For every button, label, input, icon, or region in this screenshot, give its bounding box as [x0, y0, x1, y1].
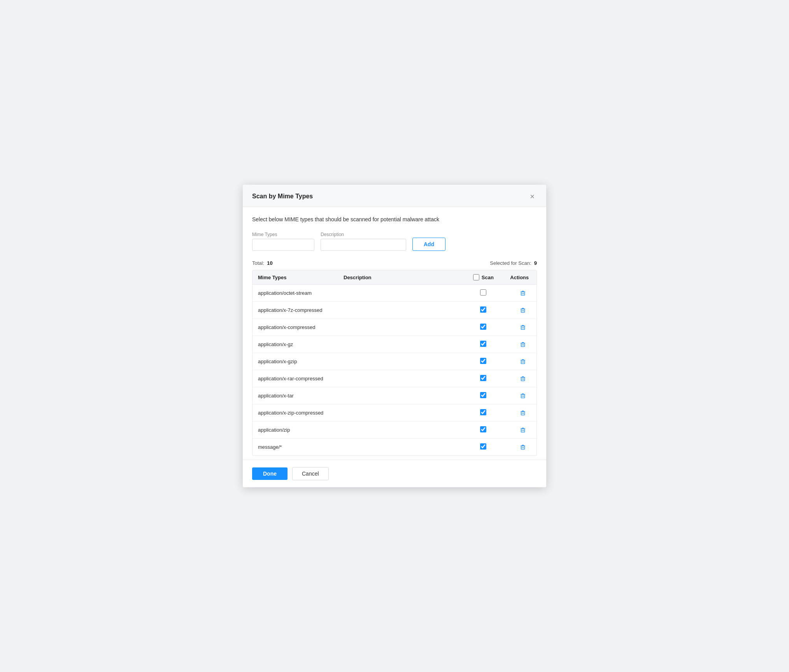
cell-actions	[505, 422, 537, 439]
selected-summary: Selected for Scan: 9	[490, 260, 537, 266]
cell-scan	[462, 319, 505, 336]
table-row: application/x-gz	[252, 336, 537, 353]
table-row: application/octet-stream	[252, 285, 537, 302]
cell-actions	[505, 285, 537, 302]
scan-checkbox[interactable]	[480, 306, 486, 313]
svg-rect-0	[521, 292, 525, 295]
cell-description	[338, 336, 462, 353]
cell-description	[338, 404, 462, 422]
table-row: application/x-rar-compressed	[252, 370, 537, 387]
dialog-footer: Done Cancel	[243, 460, 546, 487]
delete-button[interactable]	[517, 443, 529, 451]
cancel-button[interactable]: Cancel	[292, 467, 329, 480]
add-button[interactable]: Add	[412, 238, 445, 251]
dialog-title: Scan by Mime Types	[252, 193, 313, 200]
delete-button[interactable]	[517, 306, 529, 314]
scan-checkbox[interactable]	[480, 392, 486, 398]
cell-scan	[462, 336, 505, 353]
description-label: Description	[321, 232, 406, 237]
cell-actions	[505, 387, 537, 404]
cell-description	[338, 439, 462, 456]
scan-all-checkbox[interactable]	[473, 274, 479, 280]
scan-checkbox[interactable]	[480, 324, 486, 330]
cell-scan	[462, 370, 505, 387]
cell-actions	[505, 336, 537, 353]
total-label: Total:	[252, 260, 264, 266]
cell-actions	[505, 319, 537, 336]
cell-actions	[505, 302, 537, 319]
cell-actions	[505, 404, 537, 422]
scan-checkbox[interactable]	[480, 409, 486, 415]
col-header-mime: Mime Types	[252, 270, 338, 285]
cell-mime-type: application/x-gz	[252, 336, 338, 353]
cell-mime-type: application/octet-stream	[252, 285, 338, 302]
cell-mime-type: application/x-7z-compressed	[252, 302, 338, 319]
done-button[interactable]: Done	[252, 467, 288, 480]
col-scan-label: Scan	[482, 275, 494, 280]
cell-description	[338, 353, 462, 370]
table-header-row: Mime Types Description Scan Actions	[252, 270, 537, 285]
delete-button[interactable]	[517, 408, 529, 417]
mime-types-table: Mime Types Description Scan Actions app	[252, 270, 537, 455]
cell-scan	[462, 439, 505, 456]
delete-button[interactable]	[517, 391, 529, 400]
svg-rect-12	[521, 343, 525, 346]
cell-description	[338, 285, 462, 302]
col-header-scan: Scan	[462, 270, 505, 285]
scan-checkbox[interactable]	[480, 341, 486, 347]
cell-description	[338, 422, 462, 439]
table-row: application/x-compressed	[252, 319, 537, 336]
dialog-header: Scan by Mime Types ×	[243, 185, 546, 207]
cell-scan	[462, 404, 505, 422]
cell-scan	[462, 387, 505, 404]
scan-checkbox[interactable]	[480, 443, 486, 450]
table-row: application/x-gzip	[252, 353, 537, 370]
cell-actions	[505, 439, 537, 456]
selected-value: 9	[534, 260, 537, 266]
delete-button[interactable]	[517, 289, 529, 297]
svg-rect-16	[521, 360, 525, 364]
table-row: application/x-7z-compressed	[252, 302, 537, 319]
delete-button[interactable]	[517, 374, 529, 383]
cell-description	[338, 302, 462, 319]
dialog-body: Select below MIME types that should be s…	[243, 207, 546, 456]
close-button[interactable]: ×	[528, 192, 537, 201]
col-header-description: Description	[338, 270, 462, 285]
mime-types-label: Mime Types	[252, 232, 314, 237]
svg-rect-8	[521, 326, 525, 329]
summary-row: Total: 10 Selected for Scan: 9	[252, 260, 537, 266]
scan-checkbox[interactable]	[480, 375, 486, 381]
col-header-actions: Actions	[505, 270, 537, 285]
add-form-row: Mime Types Description Add	[252, 232, 537, 251]
scan-checkbox[interactable]	[480, 426, 486, 432]
cell-description	[338, 370, 462, 387]
delete-button[interactable]	[517, 323, 529, 331]
description-field-group: Description	[321, 232, 406, 251]
cell-description	[338, 319, 462, 336]
description-input[interactable]	[321, 239, 406, 251]
scan-checkbox[interactable]	[480, 289, 486, 296]
cell-mime-type: application/x-rar-compressed	[252, 370, 338, 387]
cell-mime-type: application/zip	[252, 422, 338, 439]
cell-actions	[505, 370, 537, 387]
svg-rect-4	[521, 309, 525, 312]
cell-mime-type: message/*	[252, 439, 338, 456]
cell-scan	[462, 353, 505, 370]
svg-rect-20	[521, 377, 525, 381]
dialog: Scan by Mime Types × Select below MIME t…	[243, 185, 546, 487]
delete-button[interactable]	[517, 357, 529, 366]
mime-types-table-wrap: Mime Types Description Scan Actions app	[252, 270, 537, 456]
svg-rect-28	[521, 411, 525, 415]
delete-button[interactable]	[517, 425, 529, 434]
delete-button[interactable]	[517, 340, 529, 348]
table-row: application/x-tar	[252, 387, 537, 404]
scan-checkbox[interactable]	[480, 358, 486, 364]
mime-types-input[interactable]	[252, 239, 314, 251]
selected-label: Selected for Scan:	[490, 260, 531, 266]
cell-actions	[505, 353, 537, 370]
cell-mime-type: application/x-compressed	[252, 319, 338, 336]
svg-rect-24	[521, 394, 525, 398]
cell-mime-type: application/x-tar	[252, 387, 338, 404]
dialog-subtitle: Select below MIME types that should be s…	[252, 216, 537, 222]
table-body: application/octet-stream application/x-7…	[252, 285, 537, 456]
